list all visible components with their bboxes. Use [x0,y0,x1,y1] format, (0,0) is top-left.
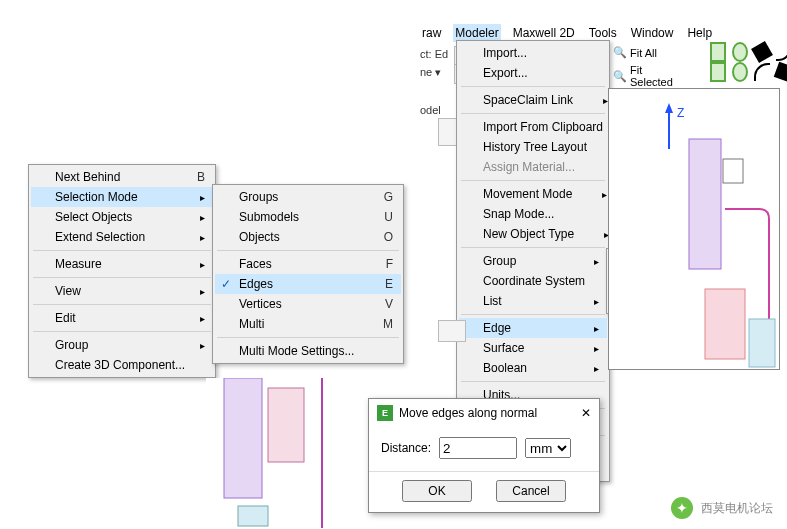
menu-edge[interactable]: Edge▸ [459,318,607,338]
svg-rect-9 [238,506,268,526]
menu-import[interactable]: Import... [459,43,607,63]
menu-boolean[interactable]: Boolean▸ [459,358,607,378]
menu-movement-mode[interactable]: Movement Mode▸ [459,184,607,204]
model-label: odel [420,104,441,116]
menu-surface[interactable]: Surface▸ [459,338,607,358]
svg-rect-4 [705,289,745,359]
poly-icon[interactable] [776,64,787,80]
fit-all-button[interactable]: 🔍 Fit All [608,44,662,61]
menu-measure[interactable]: Measure▸ [31,254,213,274]
menu-snap-mode[interactable]: Snap Mode... [459,204,607,224]
spline-icon[interactable] [754,64,770,80]
menu-spaceclaim[interactable]: SpaceClaim Link▸ [459,90,607,110]
menu-multi-mode-settings[interactable]: Multi Mode Settings... [215,341,401,361]
app-icon: E [377,405,393,421]
rect-icon[interactable] [710,44,726,60]
circle-icon[interactable] [732,44,748,60]
menu-extend-selection[interactable]: Extend Selection▸ [31,227,213,247]
shape-toolbar [710,44,787,80]
menu-multi[interactable]: MultiM [215,314,401,334]
cad-sketch: Z [609,89,779,369]
zoom-icon: 🔍 [613,70,627,83]
menu-assign-material: Assign Material... [459,157,607,177]
svg-rect-3 [723,159,743,183]
unit-select[interactable]: mm [525,438,571,458]
menu-select-objects[interactable]: Select Objects▸ [31,207,213,227]
close-icon[interactable]: ✕ [581,406,591,420]
line-icon[interactable] [754,44,770,60]
ellipse-icon[interactable] [732,64,748,80]
menu-group2[interactable]: Group▸ [459,251,607,271]
panel-fragment [438,320,466,342]
cancel-button[interactable]: Cancel [496,480,566,502]
menu-selection-mode[interactable]: Selection Mode▸ [31,187,213,207]
watermark: ✦ 西莫电机论坛 [671,497,773,519]
menu-groups[interactable]: GroupsG [215,187,401,207]
menu-coord-system[interactable]: Coordinate System▸ [459,271,607,291]
distance-input[interactable] [439,437,517,459]
arc-icon[interactable] [776,44,787,60]
svg-rect-6 [224,378,262,498]
menu-group[interactable]: Group▸ [31,335,213,355]
menubar-item-help[interactable]: Help [685,24,714,42]
ne-label[interactable]: ne ▾ [420,66,441,79]
menu-edit[interactable]: Edit▸ [31,308,213,328]
svg-marker-1 [665,103,673,113]
menu-next-behind[interactable]: Next BehindB [31,167,213,187]
menu-faces[interactable]: FacesF [215,254,401,274]
cad-sketch-2 [206,378,346,528]
svg-rect-7 [268,388,304,462]
menu-export[interactable]: Export... [459,63,607,83]
move-edges-dialog: E Move edges along normal ✕ Distance: mm… [368,398,600,513]
menu-history-tree[interactable]: History Tree Layout▸ [459,137,607,157]
menu-list[interactable]: List▸ [459,291,607,311]
menu-submodels[interactable]: SubmodelsU [215,207,401,227]
menu-objects[interactable]: ObjectsO [215,227,401,247]
cad-canvas-1[interactable]: Z [608,88,780,370]
check-icon: ✓ [221,277,231,291]
ok-button[interactable]: OK [402,480,472,502]
distance-label: Distance: [381,441,431,455]
menu-vertices[interactable]: VerticesV [215,294,401,314]
zoom-icon: 🔍 [613,46,627,59]
menubar-item-draw[interactable]: raw [420,24,443,42]
menu-new-object-type[interactable]: New Object Type▸ [459,224,607,244]
menu-import-clipboard[interactable]: Import From Clipboard [459,117,607,137]
selection-mode-submenu[interactable]: GroupsG SubmodelsU ObjectsO FacesF ✓Edge… [212,184,404,364]
fit-toolbar: 🔍 Fit All 🔍 Fit Selected [608,44,662,61]
cad-canvas-2[interactable] [206,378,346,528]
dialog-title: Move edges along normal [399,406,537,420]
menu-create-3d-component[interactable]: Create 3D Component... [31,355,213,375]
project-label: ct: Ed [420,48,448,60]
menu-view[interactable]: View▸ [31,281,213,301]
wechat-icon: ✦ [671,497,693,519]
menubar-item-window[interactable]: Window [629,24,676,42]
rect2-icon[interactable] [710,64,726,80]
watermark-text: 西莫电机论坛 [701,500,773,517]
context-menu[interactable]: Next BehindB Selection Mode▸ Select Obje… [28,164,216,378]
menu-edges[interactable]: ✓EdgesE [215,274,401,294]
fit-selected-button[interactable]: 🔍 Fit Selected [608,62,678,90]
svg-rect-5 [749,319,775,367]
svg-rect-2 [689,139,721,269]
z-axis-label: Z [677,106,684,120]
